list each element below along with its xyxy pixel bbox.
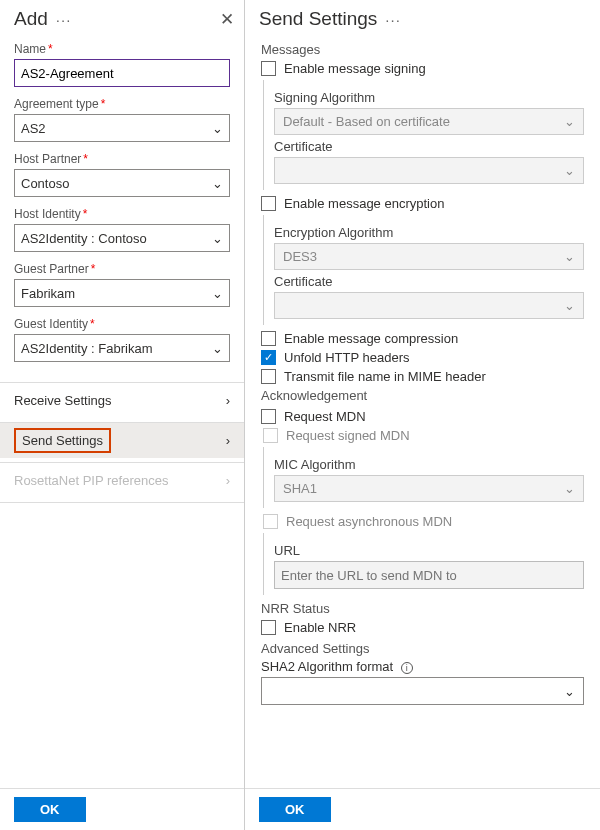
required-icon: * bbox=[83, 152, 88, 166]
encryption-cert-select[interactable]: ⌄ bbox=[274, 292, 584, 319]
chevron-down-icon: ⌄ bbox=[564, 114, 575, 129]
ack-heading: Acknowledgement bbox=[261, 388, 584, 403]
blade-title: Send Settings bbox=[259, 8, 377, 30]
enable-nrr-checkbox[interactable]: Enable NRR bbox=[261, 620, 584, 635]
transmit-filename-label: Transmit file name in MIME header bbox=[284, 369, 486, 384]
agreement-type-value: AS2 bbox=[21, 121, 46, 136]
chevron-right-icon: › bbox=[226, 433, 230, 448]
chevron-down-icon: ⌄ bbox=[564, 684, 575, 699]
add-form: Name* ✓ Agreement type* AS2⌄ Host Partne… bbox=[0, 36, 244, 378]
encryption-cert-label: Certificate bbox=[274, 274, 584, 289]
checkbox-icon bbox=[261, 620, 276, 635]
host-partner-value: Contoso bbox=[21, 176, 69, 191]
guest-identity-select[interactable]: AS2Identity : Fabrikam⌄ bbox=[14, 334, 230, 362]
required-icon: * bbox=[48, 42, 53, 56]
advanced-heading: Advanced Settings bbox=[261, 641, 584, 656]
footer: OK bbox=[245, 788, 600, 830]
guest-identity-value: AS2Identity : Fabrikam bbox=[21, 341, 153, 356]
send-settings-blade: Send Settings ··· Messages Enable messag… bbox=[245, 0, 600, 830]
more-icon[interactable]: ··· bbox=[385, 11, 401, 28]
nav-receive-settings[interactable]: Receive Settings › bbox=[0, 383, 244, 418]
checkbox-icon bbox=[261, 409, 276, 424]
sha2-label: SHA2 Algorithm format bbox=[261, 659, 393, 674]
signing-algo-value: Default - Based on certificate bbox=[283, 114, 450, 129]
field-host-partner: Host Partner* Contoso⌄ bbox=[14, 152, 230, 197]
mdn-url-input[interactable] bbox=[274, 561, 584, 589]
receive-settings-label: Receive Settings bbox=[14, 393, 112, 408]
enable-compression-checkbox[interactable]: Enable message compression bbox=[261, 331, 584, 346]
divider bbox=[0, 502, 244, 503]
request-signed-mdn-label: Request signed MDN bbox=[286, 428, 410, 443]
info-icon[interactable]: i bbox=[401, 662, 413, 674]
chevron-right-icon: › bbox=[226, 393, 230, 408]
chevron-right-icon: › bbox=[226, 473, 230, 488]
signing-cert-select[interactable]: ⌄ bbox=[274, 157, 584, 184]
checkbox-icon bbox=[261, 331, 276, 346]
chevron-down-icon: ⌄ bbox=[212, 286, 223, 301]
enable-compression-label: Enable message compression bbox=[284, 331, 458, 346]
add-blade: Add ··· ✕ Name* ✓ Agreement type* AS2⌄ H… bbox=[0, 0, 245, 830]
agreement-type-select[interactable]: AS2⌄ bbox=[14, 114, 230, 142]
nrr-heading: NRR Status bbox=[261, 601, 584, 616]
checkbox-icon bbox=[261, 61, 276, 76]
request-mdn-label: Request MDN bbox=[284, 409, 366, 424]
host-identity-value: AS2Identity : Contoso bbox=[21, 231, 147, 246]
mic-algo-select[interactable]: SHA1⌄ bbox=[274, 475, 584, 502]
guest-partner-label: Guest Partner bbox=[14, 262, 89, 276]
chevron-down-icon: ⌄ bbox=[564, 163, 575, 178]
url-block: URL bbox=[263, 533, 584, 595]
required-icon: * bbox=[91, 262, 96, 276]
footer: OK bbox=[0, 788, 244, 830]
send-settings-label: Send Settings bbox=[14, 428, 111, 453]
rosettanet-label: RosettaNet PIP references bbox=[14, 473, 168, 488]
sha2-select[interactable]: ⌄ bbox=[261, 677, 584, 705]
chevron-down-icon: ⌄ bbox=[212, 121, 223, 136]
host-partner-select[interactable]: Contoso⌄ bbox=[14, 169, 230, 197]
encryption-block: Encryption Algorithm DES3⌄ Certificate ⌄ bbox=[263, 215, 584, 325]
enable-signing-label: Enable message signing bbox=[284, 61, 426, 76]
chevron-down-icon: ⌄ bbox=[212, 341, 223, 356]
nav-send-settings[interactable]: Send Settings › bbox=[0, 423, 244, 458]
encryption-algo-label: Encryption Algorithm bbox=[274, 225, 584, 240]
transmit-filename-checkbox[interactable]: Transmit file name in MIME header bbox=[261, 369, 584, 384]
checkbox-icon: ✓ bbox=[261, 350, 276, 365]
url-label: URL bbox=[274, 543, 584, 558]
enable-signing-checkbox[interactable]: Enable message signing bbox=[261, 61, 584, 76]
unfold-headers-checkbox[interactable]: ✓ Unfold HTTP headers bbox=[261, 350, 584, 365]
checkbox-icon bbox=[261, 369, 276, 384]
more-icon[interactable]: ··· bbox=[56, 11, 72, 28]
sha2-row: SHA2 Algorithm format i bbox=[261, 659, 584, 674]
blade-title: Add bbox=[14, 8, 48, 30]
ok-button[interactable]: OK bbox=[259, 797, 331, 822]
host-identity-label: Host Identity bbox=[14, 207, 81, 221]
field-name: Name* ✓ bbox=[14, 42, 230, 87]
mic-block: MIC Algorithm SHA1⌄ bbox=[263, 447, 584, 508]
host-partner-label: Host Partner bbox=[14, 152, 81, 166]
send-settings-content: Messages Enable message signing Signing … bbox=[245, 36, 600, 788]
guest-partner-select[interactable]: Fabrikam⌄ bbox=[14, 279, 230, 307]
request-mdn-checkbox[interactable]: Request MDN bbox=[261, 409, 584, 424]
close-icon[interactable]: ✕ bbox=[220, 9, 234, 30]
signing-algo-select[interactable]: Default - Based on certificate⌄ bbox=[274, 108, 584, 135]
guest-identity-label: Guest Identity bbox=[14, 317, 88, 331]
chevron-down-icon: ⌄ bbox=[212, 176, 223, 191]
request-signed-mdn-checkbox[interactable]: Request signed MDN bbox=[263, 428, 584, 443]
signing-cert-label: Certificate bbox=[274, 139, 584, 154]
host-identity-select[interactable]: AS2Identity : Contoso⌄ bbox=[14, 224, 230, 252]
field-agreement-type: Agreement type* AS2⌄ bbox=[14, 97, 230, 142]
request-async-mdn-checkbox[interactable]: Request asynchronous MDN bbox=[263, 514, 584, 529]
messages-heading: Messages bbox=[261, 42, 584, 57]
name-input[interactable] bbox=[14, 59, 230, 87]
blade-header: Add ··· ✕ bbox=[0, 0, 244, 36]
enable-encryption-checkbox[interactable]: Enable message encryption bbox=[261, 196, 584, 211]
required-icon: * bbox=[83, 207, 88, 221]
required-icon: * bbox=[101, 97, 106, 111]
chevron-down-icon: ⌄ bbox=[564, 298, 575, 313]
encryption-algo-select[interactable]: DES3⌄ bbox=[274, 243, 584, 270]
agreement-type-label: Agreement type bbox=[14, 97, 99, 111]
request-async-mdn-label: Request asynchronous MDN bbox=[286, 514, 452, 529]
signing-algo-label: Signing Algorithm bbox=[274, 90, 584, 105]
checkbox-icon bbox=[261, 196, 276, 211]
enable-nrr-label: Enable NRR bbox=[284, 620, 356, 635]
ok-button[interactable]: OK bbox=[14, 797, 86, 822]
